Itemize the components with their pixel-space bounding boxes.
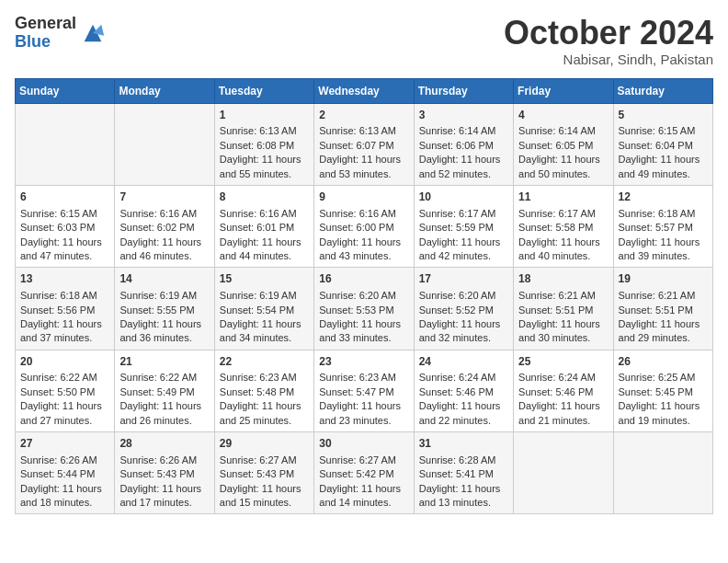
day-number: 25 [518, 354, 608, 370]
sunrise: Sunrise: 6:15 AM [20, 208, 97, 219]
daylight: Daylight: 11 hours and 22 minutes. [419, 400, 501, 425]
sunset: Sunset: 5:47 PM [319, 386, 393, 397]
sunrise: Sunrise: 6:24 AM [518, 372, 596, 383]
calendar-cell: 13Sunrise: 6:18 AMSunset: 5:56 PMDayligh… [16, 268, 115, 350]
calendar-cell: 28Sunrise: 6:26 AMSunset: 5:43 PMDayligh… [115, 432, 214, 514]
sunrise: Sunrise: 6:17 AM [518, 208, 596, 219]
sunset: Sunset: 5:57 PM [619, 222, 693, 233]
calendar-table: SundayMondayTuesdayWednesdayThursdayFrid… [15, 78, 713, 515]
daylight: Daylight: 11 hours and 53 minutes. [319, 154, 401, 178]
daylight: Daylight: 11 hours and 17 minutes. [119, 483, 201, 508]
sunrise: Sunrise: 6:13 AM [319, 125, 396, 136]
calendar-cell: 12Sunrise: 6:18 AMSunset: 5:57 PMDayligh… [613, 185, 712, 267]
daylight: Daylight: 11 hours and 42 minutes. [419, 236, 501, 261]
calendar-cell: 26Sunrise: 6:25 AMSunset: 5:45 PMDayligh… [613, 350, 712, 431]
weekday-friday: Friday [514, 78, 613, 103]
logo-icon [80, 20, 106, 46]
week-row-3: 13Sunrise: 6:18 AMSunset: 5:56 PMDayligh… [16, 268, 713, 350]
sunrise: Sunrise: 6:23 AM [319, 372, 396, 383]
day-number: 1 [220, 108, 309, 123]
sunrise: Sunrise: 6:19 AM [220, 290, 297, 301]
sunrise: Sunrise: 6:14 AM [518, 125, 596, 136]
weekday-saturday: Saturday [613, 78, 712, 103]
daylight: Daylight: 11 hours and 32 minutes. [419, 318, 501, 343]
sunset: Sunset: 6:04 PM [619, 140, 693, 151]
sunset: Sunset: 6:01 PM [220, 222, 294, 233]
calendar-cell: 31Sunrise: 6:28 AMSunset: 5:41 PMDayligh… [414, 432, 513, 514]
day-number: 4 [518, 108, 608, 123]
weekday-header-row: SundayMondayTuesdayWednesdayThursdayFrid… [16, 78, 713, 103]
sunrise: Sunrise: 6:22 AM [119, 372, 197, 383]
daylight: Daylight: 11 hours and 37 minutes. [20, 318, 102, 343]
sunrise: Sunrise: 6:16 AM [220, 208, 297, 219]
day-number: 5 [619, 108, 708, 123]
day-number: 27 [20, 436, 109, 452]
daylight: Daylight: 11 hours and 36 minutes. [119, 318, 201, 343]
daylight: Daylight: 11 hours and 13 minutes. [419, 483, 501, 508]
calendar-cell: 29Sunrise: 6:27 AMSunset: 5:43 PMDayligh… [214, 432, 313, 514]
sunrise: Sunrise: 6:26 AM [119, 454, 197, 465]
sunset: Sunset: 6:05 PM [518, 140, 593, 151]
page-header: General Blue October 2024 Nabisar, Sindh… [15, 15, 713, 67]
sunrise: Sunrise: 6:15 AM [619, 125, 696, 136]
sunrise: Sunrise: 6:20 AM [319, 290, 396, 301]
sunrise: Sunrise: 6:27 AM [220, 454, 297, 465]
sunset: Sunset: 5:46 PM [518, 386, 593, 397]
calendar-cell: 30Sunrise: 6:27 AMSunset: 5:42 PMDayligh… [314, 432, 414, 514]
weekday-thursday: Thursday [414, 78, 513, 103]
day-number: 10 [419, 190, 508, 205]
day-number: 6 [20, 190, 109, 205]
sunset: Sunset: 5:42 PM [319, 468, 393, 479]
day-number: 11 [518, 190, 608, 205]
calendar-cell: 8Sunrise: 6:16 AMSunset: 6:01 PMDaylight… [214, 185, 313, 267]
sunset: Sunset: 6:00 PM [319, 222, 393, 233]
sunrise: Sunrise: 6:23 AM [220, 372, 297, 383]
sunrise: Sunrise: 6:17 AM [419, 208, 496, 219]
day-number: 30 [319, 436, 408, 452]
week-row-2: 6Sunrise: 6:15 AMSunset: 6:03 PMDaylight… [16, 185, 713, 267]
sunset: Sunset: 5:50 PM [20, 386, 95, 397]
day-number: 8 [220, 190, 309, 205]
logo-general: General [15, 14, 76, 32]
day-number: 24 [419, 354, 508, 370]
day-number: 3 [419, 108, 508, 123]
calendar-cell [514, 432, 613, 514]
logo-blue: Blue [15, 32, 51, 51]
calendar-cell: 18Sunrise: 6:21 AMSunset: 5:51 PMDayligh… [514, 268, 613, 350]
day-number: 12 [619, 190, 708, 205]
daylight: Daylight: 11 hours and 26 minutes. [119, 400, 201, 425]
daylight: Daylight: 11 hours and 43 minutes. [319, 236, 401, 261]
sunset: Sunset: 5:48 PM [220, 386, 294, 397]
calendar-cell: 21Sunrise: 6:22 AMSunset: 5:49 PMDayligh… [115, 350, 214, 431]
sunset: Sunset: 6:08 PM [220, 140, 294, 151]
calendar-cell: 27Sunrise: 6:26 AMSunset: 5:44 PMDayligh… [16, 432, 115, 514]
calendar-cell: 10Sunrise: 6:17 AMSunset: 5:59 PMDayligh… [414, 185, 513, 267]
day-number: 13 [20, 271, 109, 287]
day-number: 18 [518, 271, 608, 287]
week-row-1: 1Sunrise: 6:13 AMSunset: 6:08 PMDaylight… [16, 103, 713, 185]
calendar-cell: 4Sunrise: 6:14 AMSunset: 6:05 PMDaylight… [514, 103, 613, 185]
sunrise: Sunrise: 6:25 AM [619, 372, 696, 383]
calendar-cell [613, 432, 712, 514]
day-number: 15 [220, 271, 309, 287]
sunset: Sunset: 5:53 PM [319, 304, 393, 316]
sunrise: Sunrise: 6:21 AM [619, 290, 696, 301]
day-number: 9 [319, 190, 408, 205]
location: Nabisar, Sindh, Pakistan [504, 52, 713, 67]
sunset: Sunset: 5:43 PM [220, 468, 294, 479]
week-row-5: 27Sunrise: 6:26 AMSunset: 5:44 PMDayligh… [16, 432, 713, 514]
daylight: Daylight: 11 hours and 46 minutes. [119, 236, 201, 261]
sunrise: Sunrise: 6:22 AM [20, 372, 97, 383]
sunrise: Sunrise: 6:24 AM [419, 372, 496, 383]
calendar-cell: 23Sunrise: 6:23 AMSunset: 5:47 PMDayligh… [314, 350, 414, 431]
sunset: Sunset: 5:51 PM [619, 304, 693, 316]
sunrise: Sunrise: 6:16 AM [319, 208, 396, 219]
calendar-cell: 14Sunrise: 6:19 AMSunset: 5:55 PMDayligh… [115, 268, 214, 350]
calendar-cell: 19Sunrise: 6:21 AMSunset: 5:51 PMDayligh… [613, 268, 712, 350]
calendar-cell: 15Sunrise: 6:19 AMSunset: 5:54 PMDayligh… [214, 268, 313, 350]
sunrise: Sunrise: 6:21 AM [518, 290, 596, 301]
calendar-cell: 25Sunrise: 6:24 AMSunset: 5:46 PMDayligh… [514, 350, 613, 431]
week-row-4: 20Sunrise: 6:22 AMSunset: 5:50 PMDayligh… [16, 350, 713, 431]
sunset: Sunset: 5:56 PM [20, 304, 95, 316]
sunset: Sunset: 5:55 PM [119, 304, 194, 316]
